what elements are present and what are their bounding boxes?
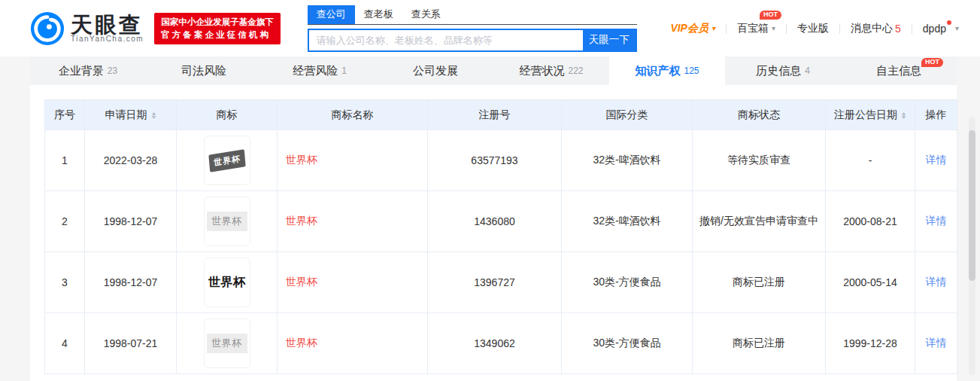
cell-index: 1 [45, 130, 85, 191]
hot-badge: HOT [921, 58, 943, 67]
column-header-7[interactable]: 注册公告日期▲▼ [826, 100, 915, 130]
company-detail-card: 企业背景 23 司法风险 经营风险 1 公司发展 经营状况 222 知识产权 1… [30, 56, 957, 381]
page: 天眼查 TianYanCha.com 国家中小企业发展子基金旗下 官方备案企业征… [0, 0, 980, 381]
trademark-table: 序号申请日期▲▼商标商标名称注册号国际分类商标状态注册公告日期▲▼操作 1 20… [44, 99, 957, 374]
cell-announce-date: - [826, 130, 915, 191]
sort-icon[interactable]: ▲▼ [151, 111, 156, 119]
search-tabs: 查公司查老板查关系 [308, 5, 637, 25]
cell-status: 商标已注册 [693, 313, 826, 374]
column-header-6: 商标状态 [693, 100, 826, 130]
detail-link[interactable]: 详情 [926, 154, 947, 166]
notification-dot [947, 20, 951, 25]
chevron-down-icon: ▾ [955, 24, 959, 32]
cell-action: 详情 [915, 252, 957, 313]
column-header-2: 商标 [177, 100, 278, 130]
tab-count: 1 [341, 66, 347, 76]
tab-count: 222 [568, 66, 583, 76]
message-center-label: 消息中心 [851, 22, 893, 35]
sort-icon[interactable]: ▲▼ [901, 111, 906, 119]
message-count-badge: 5 [895, 23, 901, 35]
cell-mark: 世界杯 [177, 313, 278, 374]
trademark-row: 2 1998-12-07 世界杯 世界杯 1436080 32类-啤酒饮料 撤销… [45, 191, 957, 252]
search-tab-0[interactable]: 查公司 [308, 5, 355, 24]
cell-mark: 世界杯 [177, 130, 278, 191]
logo-subtitle: TianYanCha.com [71, 35, 144, 43]
cell-announce-date: 1999-12-28 [826, 313, 915, 374]
column-header-0: 序号 [45, 100, 85, 130]
section-tab-0[interactable]: 企业背景 23 [30, 56, 146, 85]
cell-apply-date: 1998-07-21 [85, 313, 177, 374]
cell-intl-class: 32类-啤酒饮料 [562, 130, 693, 191]
search-button[interactable]: 天眼一下 [583, 30, 636, 50]
cell-reg-no: 63577193 [428, 130, 562, 191]
trademark-row: 1 2022-03-28 世界杯 世界杯 63577193 32类-啤酒饮料 等… [45, 130, 957, 191]
message-center-link[interactable]: 消息中心 5 [851, 22, 901, 35]
vip-member-link[interactable]: VIP会员 ▾ [670, 22, 715, 35]
cell-index: 2 [45, 191, 85, 252]
section-tab-3[interactable]: 公司发展 [378, 56, 493, 85]
cell-mark-name: 世界杯 [278, 191, 428, 252]
cell-apply-date: 2022-03-28 [85, 130, 177, 191]
pro-version-link[interactable]: 专业版 [797, 22, 829, 35]
detail-link[interactable]: 详情 [926, 337, 947, 349]
trademark-image[interactable]: 世界杯 [204, 136, 250, 185]
cell-action: 详情 [915, 191, 957, 252]
cell-status: 等待实质审查 [693, 130, 826, 191]
column-header-5: 国际分类 [562, 100, 693, 130]
search-module: 查公司查老板查关系 天眼一下 [308, 5, 637, 52]
section-tab-6[interactable]: 历史信息 4 [725, 56, 841, 85]
section-tab-2[interactable]: 经营风险 1 [262, 56, 378, 85]
tab-count: 23 [108, 66, 117, 76]
cell-reg-no: 1396727 [428, 252, 562, 313]
cell-announce-date: 2000-08-21 [826, 191, 915, 252]
column-header-8: 操作 [915, 100, 957, 130]
search-tab-1[interactable]: 查老板 [355, 5, 402, 24]
cell-index: 3 [45, 252, 85, 313]
section-tab-7[interactable]: 自主信息 HOT [841, 56, 957, 85]
column-header-1[interactable]: 申请日期▲▼ [85, 100, 177, 130]
section-tab-4[interactable]: 经营状况 222 [493, 56, 609, 85]
section-tab-5[interactable]: 知识产权 125 [609, 56, 725, 85]
trademark-image[interactable]: 世界杯 [204, 197, 250, 246]
toolbox-label: 百宝箱 [737, 22, 769, 35]
trademark-image[interactable]: 世界杯 [204, 258, 250, 307]
search-tab-2[interactable]: 查关系 [402, 5, 450, 24]
detail-link[interactable]: 详情 [926, 276, 947, 288]
search-input[interactable] [309, 30, 583, 50]
nav-divider [912, 23, 912, 34]
user-menu[interactable]: dpdp ▾ [923, 23, 959, 35]
tab-count: 125 [684, 66, 699, 76]
cell-mark-name: 世界杯 [278, 313, 428, 374]
toolbox-link[interactable]: HOT 百宝箱 ▾ [737, 22, 775, 35]
nav-divider [726, 23, 727, 34]
trademark-row: 3 1998-12-07 世界杯 世界杯 1396727 30类-方便食品 商标… [45, 252, 957, 313]
cell-reg-no: 1436080 [428, 191, 562, 252]
pro-label: 专业版 [797, 22, 829, 35]
trademark-image[interactable]: 世界杯 [204, 319, 250, 368]
cell-apply-date: 1998-12-07 [85, 252, 177, 313]
cell-mark: 世界杯 [177, 252, 278, 313]
chevron-down-icon: ▾ [772, 24, 775, 32]
cell-apply-date: 1998-12-07 [85, 191, 177, 252]
cell-mark: 世界杯 [177, 191, 278, 252]
cell-intl-class: 30类-方便食品 [562, 313, 693, 374]
top-nav: VIP会员 ▾ HOT 百宝箱 ▾ 专业版 消息中心 5 dpdp ▾ [670, 22, 959, 35]
nav-divider [786, 23, 787, 34]
cell-intl-class: 30类-方便食品 [562, 252, 693, 313]
vip-label: VIP会员 [670, 22, 708, 35]
cell-mark-name: 世界杯 [278, 252, 428, 313]
scrollbar-thumb[interactable] [969, 130, 975, 281]
hot-badge: HOT [760, 11, 781, 20]
section-tab-1[interactable]: 司法风险 [146, 56, 262, 85]
tianyancha-logo[interactable]: 天眼查 TianYanCha.com [30, 11, 144, 46]
chevron-down-icon: ▾ [711, 24, 715, 32]
site-header: 天眼查 TianYanCha.com 国家中小企业发展子基金旗下 官方备案企业征… [0, 0, 980, 56]
cell-status: 商标已注册 [693, 252, 826, 313]
cell-index: 4 [45, 313, 85, 374]
header-row: 序号申请日期▲▼商标商标名称注册号国际分类商标状态注册公告日期▲▼操作 [45, 100, 957, 130]
cell-reg-no: 1349062 [428, 313, 562, 374]
cell-action: 详情 [915, 130, 957, 191]
certification-line2: 官方备案企业征信机构 [161, 29, 274, 41]
page-scrollbar[interactable] [969, 117, 975, 375]
detail-link[interactable]: 详情 [926, 215, 947, 227]
